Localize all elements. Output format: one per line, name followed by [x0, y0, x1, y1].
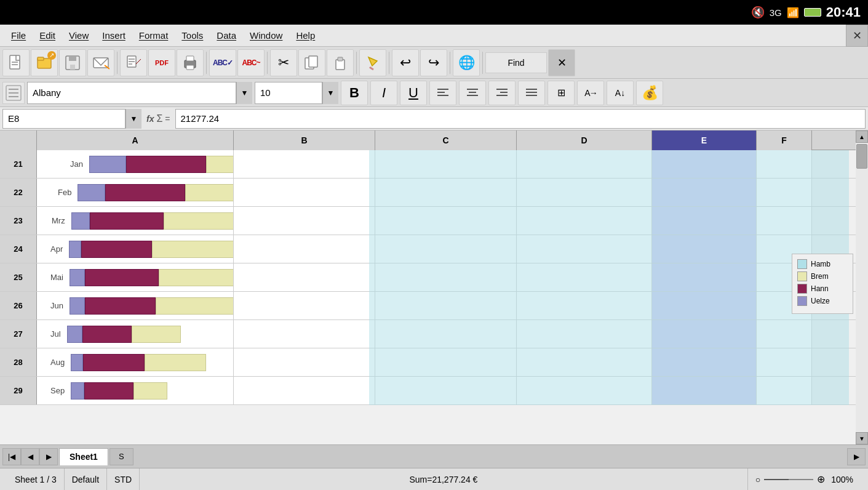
grid-cell-e[interactable]	[652, 348, 757, 376]
grid-cell[interactable]	[234, 207, 375, 235]
text-rotate-button[interactable]: A↓	[607, 81, 634, 105]
open-file-button[interactable]: ↗	[31, 49, 58, 76]
tab-scroll-right[interactable]: ▶	[847, 448, 866, 465]
grid-cell[interactable]: Sep	[37, 377, 234, 404]
col-header-d[interactable]: D	[517, 131, 652, 150]
col-header-f[interactable]: F	[757, 131, 812, 150]
grid-cell[interactable]	[757, 320, 812, 348]
grid-cell[interactable]	[375, 207, 517, 235]
grid-cell[interactable]: Aug	[37, 348, 234, 376]
paste-button[interactable]	[327, 49, 354, 76]
formula-input[interactable]: 21277.24	[175, 109, 866, 129]
grid-cell[interactable]	[757, 150, 812, 178]
copy-button[interactable]	[298, 49, 325, 76]
navigator-button[interactable]: 🌐	[453, 49, 480, 76]
menu-insert[interactable]: Insert	[96, 28, 132, 43]
bold-button[interactable]: B	[341, 81, 368, 105]
grid-cell[interactable]	[517, 292, 652, 319]
cell-ref-dropdown[interactable]: ▼	[125, 109, 141, 129]
col-header-e[interactable]: E	[652, 131, 757, 150]
text-direction-button[interactable]: A→	[577, 81, 604, 105]
tab-next-button[interactable]: ▶	[39, 448, 58, 465]
grid-cell[interactable]	[517, 377, 652, 404]
grid-cell[interactable]	[517, 263, 652, 291]
font-selector[interactable]: Albany ▼	[27, 82, 252, 104]
italic-button[interactable]: I	[370, 81, 397, 105]
grid-cell[interactable]	[234, 263, 375, 291]
find-button[interactable]: Find	[485, 52, 547, 73]
grid-cell-e[interactable]	[652, 292, 757, 319]
menu-file[interactable]: File	[5, 28, 32, 43]
menu-edit[interactable]: Edit	[33, 28, 62, 43]
grid-cell[interactable]: Jan	[37, 150, 234, 178]
zoom-slider-track[interactable]	[764, 479, 813, 480]
menu-data[interactable]: Data	[210, 28, 242, 43]
grid-cell[interactable]: Mrz	[37, 207, 234, 235]
align-center-button[interactable]	[459, 81, 486, 105]
sheet-tab-s[interactable]: S	[109, 448, 133, 465]
grid-cell[interactable]	[234, 348, 375, 376]
cut-button[interactable]: ✂	[270, 49, 297, 76]
underline-button[interactable]: U	[400, 81, 427, 105]
grid-cell[interactable]	[517, 348, 652, 376]
zoom-in-icon[interactable]: ⊕	[817, 473, 825, 485]
tab-first-button[interactable]: |◀	[2, 448, 21, 465]
new-file-button[interactable]	[2, 49, 30, 76]
grid-cell[interactable]	[234, 179, 375, 206]
pdf-button[interactable]: PDF	[148, 49, 175, 76]
edit-button[interactable]	[120, 49, 147, 76]
grid-cell[interactable]	[375, 179, 517, 206]
grid-cell[interactable]: Mai	[37, 263, 234, 291]
spellcheck-button[interactable]: ABC✓	[209, 49, 236, 76]
cell-reference-box[interactable]: E8 ▼	[2, 109, 141, 129]
grid-cell[interactable]	[757, 377, 812, 404]
grid-cell[interactable]	[234, 150, 375, 178]
style-box[interactable]	[2, 82, 25, 104]
grid-cell[interactable]	[375, 320, 517, 348]
grid-cell-e[interactable]	[652, 207, 757, 235]
print-button[interactable]	[177, 49, 204, 76]
email-button[interactable]	[87, 49, 114, 76]
grid-cell[interactable]	[517, 235, 652, 263]
vertical-scrollbar[interactable]: ▲ ▼	[856, 131, 868, 444]
grid-cell[interactable]: Feb	[37, 179, 234, 206]
grid-cell[interactable]	[375, 348, 517, 376]
grid-cell[interactable]	[234, 377, 375, 404]
col-header-a[interactable]: A	[37, 131, 234, 150]
grid-cell[interactable]	[757, 179, 812, 206]
scroll-up-arrow[interactable]: ▲	[856, 131, 868, 143]
grid-cell[interactable]	[234, 235, 375, 263]
grid-cell[interactable]	[375, 292, 517, 319]
menu-help[interactable]: Help	[290, 28, 321, 43]
size-dropdown-arrow[interactable]: ▼	[322, 82, 338, 104]
menu-tools[interactable]: Tools	[175, 28, 209, 43]
col-header-c[interactable]: C	[375, 131, 517, 150]
tab-prev-button[interactable]: ◀	[21, 448, 39, 465]
grid-cell[interactable]	[375, 377, 517, 404]
grid-cell-e[interactable]	[652, 263, 757, 291]
sheet-tab-sheet1[interactable]: Sheet1	[59, 448, 108, 465]
merge-cells-button[interactable]: ⊞	[547, 81, 575, 105]
grid-cell[interactable]: Jun	[37, 292, 234, 319]
scroll-thumb[interactable]	[856, 144, 867, 169]
grid-cell-e[interactable]	[652, 320, 757, 348]
grid-cell[interactable]	[234, 292, 375, 319]
grid-cell[interactable]	[517, 179, 652, 206]
grid-cell[interactable]	[517, 320, 652, 348]
scroll-track[interactable]	[856, 143, 868, 432]
align-right-button[interactable]	[488, 81, 516, 105]
justify-button[interactable]	[518, 81, 545, 105]
grid-cell[interactable]	[517, 207, 652, 235]
zoom-out-icon[interactable]: ○	[755, 475, 760, 484]
menu-window[interactable]: Window	[244, 28, 289, 43]
grid-cell[interactable]	[375, 150, 517, 178]
font-dropdown-arrow[interactable]: ▼	[236, 82, 252, 104]
col-header-b[interactable]: B	[234, 131, 375, 150]
scroll-down-arrow[interactable]: ▼	[856, 432, 868, 444]
align-left-button[interactable]	[429, 81, 456, 105]
font-size-selector[interactable]: 10 ▼	[255, 82, 338, 104]
menu-format[interactable]: Format	[133, 28, 175, 43]
autocorrect-button[interactable]: ABC~	[237, 49, 265, 76]
zoom-control[interactable]: ○ ⊕ 100%	[748, 468, 861, 490]
grid-cell[interactable]	[375, 235, 517, 263]
